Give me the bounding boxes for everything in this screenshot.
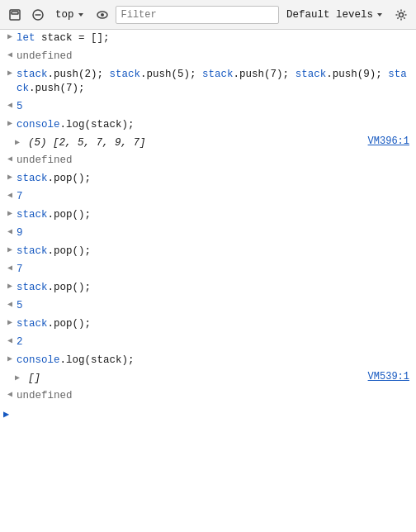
input-arrow: ▶	[0, 67, 15, 78]
array-preview-2: []	[28, 373, 40, 384]
output-arrow: ◀	[0, 49, 15, 59]
input-arrow: ▶	[0, 353, 15, 363]
array-preview: (5) [2, 5, 7, 9, 7]	[28, 137, 146, 149]
output-text: 5	[17, 300, 23, 311]
caret-symbol: ▶	[0, 408, 15, 420]
input-arrow: ▶	[0, 280, 15, 291]
code-text: console.log(stack);	[17, 119, 135, 131]
code-text: console.log(stack);	[17, 354, 135, 366]
svg-point-8	[399, 12, 404, 17]
console-line: ▶ console.log(stack);	[0, 352, 416, 370]
code-text: stack.pop();	[17, 245, 91, 257]
top-dropdown-button[interactable]: top	[51, 7, 89, 23]
console-line: ▶ stack.pop();	[0, 243, 416, 261]
console-line: ◀ 2	[0, 334, 416, 352]
output-arrow: ◀	[0, 298, 15, 309]
code-text: stack.pop();	[17, 318, 91, 330]
output-arrow: ◀	[0, 189, 15, 200]
output-text: undefined	[17, 154, 73, 166]
svg-point-6	[101, 13, 104, 17]
expand-arrow-2[interactable]: ▶	[15, 371, 26, 382]
output-text: 7	[17, 264, 23, 275]
output-arrow: ◀	[0, 388, 15, 399]
toolbar: top Default levels	[0, 0, 416, 30]
svg-marker-4	[78, 13, 83, 17]
console-caret-line: ▶	[0, 406, 416, 422]
svg-marker-7	[377, 13, 382, 17]
output-text: 7	[17, 191, 23, 202]
code-text: let stack = [];	[17, 32, 110, 44]
console-line: ◀ 5	[0, 98, 416, 116]
expand-row-2[interactable]: ▶ [] VM539:1	[0, 370, 416, 387]
console-line: ▶ stack.pop();	[0, 170, 416, 188]
console-line: ▶ stack.pop();	[0, 279, 416, 297]
console-line: ◀ undefined	[0, 152, 416, 170]
top-label: top	[55, 9, 74, 21]
console-line: ▶ let stack = [];	[0, 30, 416, 48]
expand-row[interactable]: ▶ (5) [2, 5, 7, 9, 7] VM396:1	[0, 135, 416, 152]
console-line: ◀ 7	[0, 188, 416, 207]
input-arrow: ▶	[0, 244, 15, 254]
eye-icon-button[interactable]	[92, 6, 112, 24]
default-levels-label: Default levels	[286, 9, 373, 21]
output-text: undefined	[17, 390, 73, 401]
svg-rect-1	[12, 12, 18, 14]
input-arrow: ▶	[0, 207, 15, 218]
vm-link-2[interactable]: VM539:1	[368, 371, 409, 382]
console-line: ▶ console.log(stack);	[0, 116, 416, 135]
output-arrow: ◀	[0, 153, 15, 164]
output-arrow: ◀	[0, 335, 15, 345]
console-line: ▶ stack.pop();	[0, 207, 416, 225]
console-line: ◀ undefined	[0, 48, 416, 66]
storage-icon-button[interactable]	[5, 6, 25, 24]
console-line: ◀ 7	[0, 261, 416, 279]
code-text: stack.push(9);	[295, 69, 382, 80]
default-levels-button[interactable]: Default levels	[282, 7, 388, 23]
console-line: ▶ stack.pop();	[0, 316, 416, 334]
console-line: ◀ 5	[0, 297, 416, 316]
expand-arrow[interactable]: ▶	[15, 135, 26, 147]
console-line: ◀ undefined	[0, 387, 416, 406]
output-text: undefined	[17, 50, 73, 62]
console-line: ▶ stack.push(2); stack.push(5); stack.pu…	[0, 66, 416, 98]
output-text: 5	[17, 101, 23, 112]
input-arrow: ▶	[0, 31, 15, 41]
code-text: stack.pop();	[17, 282, 91, 293]
clear-console-button[interactable]	[28, 6, 48, 24]
code-text: stack.pop();	[17, 173, 91, 184]
console-line: ◀ 9	[0, 225, 416, 243]
output-arrow: ◀	[0, 262, 15, 273]
filter-input[interactable]	[116, 6, 279, 24]
code-text: stack.pop();	[17, 209, 91, 221]
vm-link-1[interactable]: VM396:1	[368, 135, 409, 147]
output-arrow: ◀	[0, 99, 15, 110]
code-text: stack.push(2);	[17, 69, 103, 80]
input-arrow: ▶	[0, 171, 15, 182]
code-text: stack.push(7);	[202, 69, 289, 80]
input-arrow: ▶	[0, 316, 15, 327]
console-input[interactable]	[15, 408, 395, 420]
input-arrow: ▶	[0, 117, 15, 128]
console-body: ▶ let stack = []; ◀ undefined ▶ stack.pu…	[0, 30, 416, 532]
code-text: stack.push(5);	[110, 69, 196, 80]
settings-icon-button[interactable]	[391, 6, 411, 24]
output-text: 9	[17, 227, 23, 239]
output-arrow: ◀	[0, 226, 15, 236]
output-text: 2	[17, 336, 23, 348]
